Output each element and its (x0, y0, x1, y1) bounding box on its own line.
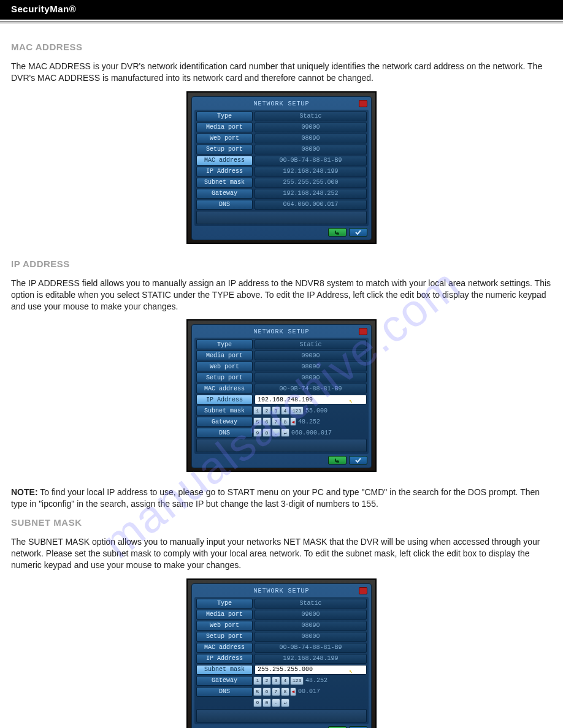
key-123[interactable]: 123 (290, 406, 304, 415)
value-type[interactable]: Static (255, 339, 367, 349)
label-subnet: Subnet mask (196, 406, 253, 415)
key-back[interactable]: ◀ (290, 688, 296, 696)
key-0[interactable]: 0 (262, 428, 271, 437)
label-web-port: Web port (196, 362, 253, 371)
ok-button[interactable] (349, 228, 367, 237)
key-5[interactable]: 5 (253, 688, 262, 696)
ok-button[interactable] (349, 456, 367, 464)
keypad-row-1b: 1 2 3 4 123 48.252 (253, 676, 367, 686)
dvr-title: NETWORK SETUP (194, 99, 369, 110)
key-7[interactable]: 7 (272, 417, 280, 426)
key-4[interactable]: 4 (281, 406, 289, 415)
value-media-port[interactable]: 09000 (255, 123, 367, 132)
value-ip[interactable]: 192.168.248.199 (255, 167, 367, 176)
key-6[interactable]: 6 (262, 417, 271, 426)
key-9[interactable]: 9 (253, 428, 262, 437)
key-3[interactable]: 3 (272, 406, 280, 415)
note-label: NOTE: (11, 487, 38, 497)
close-icon[interactable] (359, 100, 367, 107)
value-ip[interactable]: 192.168.248.199 (255, 654, 367, 664)
key-7[interactable]: 7 (272, 688, 280, 696)
value-subnet[interactable]: 255.255.255.000 (255, 178, 367, 188)
key-123[interactable]: 123 (290, 677, 304, 685)
key-4[interactable]: 4 (281, 677, 289, 685)
label-gateway: Gateway (196, 417, 253, 427)
value-ip-edit[interactable]: 192.168.248.199 ↖ (255, 395, 367, 404)
cursor-icon: ↖ (349, 667, 353, 675)
call-button[interactable] (328, 456, 347, 464)
value-media-port[interactable]: 09000 (255, 610, 367, 620)
label-ip: IP Address (196, 654, 253, 664)
tail-gateway-b: 48.252 (305, 677, 327, 684)
key-6[interactable]: 6 (262, 688, 271, 696)
ip-edit-text: 192.168.248.199 (258, 396, 313, 403)
key-0[interactable]: 0 (262, 699, 271, 707)
page-content: MAC ADDRESS The MAC ADDRESS is your DVR'… (0, 23, 563, 728)
key-enter[interactable]: ↵ (281, 428, 289, 437)
text-subnet: The SUBNET MASK option allows you to man… (11, 536, 552, 571)
value-gateway[interactable]: 192.168.248.252 (255, 189, 367, 199)
dvr-title-text: NETWORK SETUP (253, 588, 309, 594)
label-setup-port: Setup port (196, 373, 253, 382)
dvr-title-text: NETWORK SETUP (253, 328, 309, 335)
dvr-spacer (196, 211, 367, 224)
key-2[interactable]: 2 (262, 677, 271, 685)
key-dot[interactable]: . (272, 428, 280, 437)
value-type[interactable]: Static (255, 599, 367, 609)
key-2[interactable]: 2 (262, 406, 271, 415)
tail-gateway: 48.252 (298, 419, 320, 425)
value-dns[interactable]: 064.060.000.017 (255, 200, 367, 210)
brand-logo: SecurityMan® (11, 4, 76, 14)
header-bar: SecurityMan® (0, 0, 563, 20)
value-mac[interactable]: 00-0B-74-88-81-B9 (255, 156, 367, 165)
call-button[interactable] (328, 228, 347, 237)
key-dot[interactable]: . (272, 699, 280, 707)
keypad-row-3: 9 0 . ↵ 060.000.017 (253, 428, 367, 438)
value-mac[interactable]: 00-0B-74-88-81-B9 (255, 384, 367, 393)
value-web-port[interactable]: 08090 (255, 362, 367, 371)
key-1[interactable]: 1 (253, 406, 262, 415)
value-subnet-edit[interactable]: 255.255.255.000 ↖ (255, 665, 367, 675)
screenshot-mac: NETWORK SETUP TypeStatic Media port09000… (11, 91, 552, 244)
value-setup-port[interactable]: 08000 (255, 373, 367, 382)
label-subnet-hl: Subnet mask (196, 665, 253, 675)
label-mac-hl: MAC address (196, 156, 253, 165)
value-setup-port[interactable]: 08000 (255, 145, 367, 154)
text-ip: The IP ADDRESS field allows you to manua… (11, 278, 552, 313)
label-ip-hl: IP Address (196, 395, 253, 404)
key-5[interactable]: 5 (253, 417, 262, 426)
close-icon[interactable] (359, 587, 367, 594)
value-media-port[interactable]: 09000 (255, 351, 367, 360)
note-body: To find your local IP address to use, pl… (11, 487, 540, 509)
label-ip: IP Address (196, 167, 253, 176)
label-web-port: Web port (196, 621, 253, 631)
label-dns: DNS (196, 428, 253, 438)
key-back[interactable]: ◀ (290, 417, 296, 426)
key-3[interactable]: 3 (272, 677, 280, 685)
value-web-port[interactable]: 08090 (255, 621, 367, 631)
key-8[interactable]: 8 (281, 688, 289, 696)
close-icon[interactable] (359, 328, 367, 335)
label-dns: DNS (196, 687, 253, 697)
label-web-port: Web port (196, 134, 253, 143)
key-1[interactable]: 1 (253, 677, 262, 685)
screenshot-ip: NETWORK SETUP TypeStatic Media port09000… (11, 319, 552, 472)
value-type[interactable]: Static (255, 112, 367, 121)
label-gateway: Gateway (196, 189, 253, 199)
screenshot-subnet: NETWORK SETUP TypeStatic Media port09000… (11, 578, 552, 728)
value-setup-port[interactable]: 08000 (255, 632, 367, 642)
key-9[interactable]: 9 (253, 699, 262, 707)
label-setup-port: Setup port (196, 632, 253, 642)
tail-subnet: 55.000 (305, 408, 327, 414)
value-web-port[interactable]: 08090 (255, 134, 367, 143)
dvr-spacer (196, 709, 367, 722)
tail-dns-b: 00.017 (298, 688, 320, 695)
text-mac: The MAC ADDRESS is your DVR's network id… (11, 61, 552, 84)
value-mac[interactable]: 00-0B-74-88-81-B9 (255, 643, 367, 653)
tail-dns: 060.000.017 (291, 430, 332, 436)
keypad-row-3b: 9 0 . ↵ (253, 698, 367, 708)
key-enter[interactable]: ↵ (281, 699, 289, 707)
key-8[interactable]: 8 (281, 417, 289, 426)
label-type: Type (196, 599, 253, 609)
label-setup-port: Setup port (196, 145, 253, 154)
